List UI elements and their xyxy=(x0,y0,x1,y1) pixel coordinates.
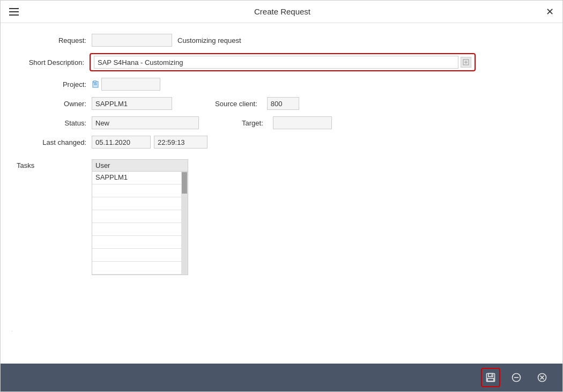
tasks-scroll-thumb xyxy=(182,172,187,194)
request-input[interactable] xyxy=(92,34,172,47)
last-changed-row: Last changed: xyxy=(17,136,546,149)
minimize-icon xyxy=(511,372,522,383)
tasks-row-5 xyxy=(92,236,188,249)
tasks-row-1 xyxy=(92,184,188,197)
last-changed-date-input[interactable] xyxy=(92,136,151,149)
project-label: Project: xyxy=(17,80,92,88)
short-desc-bordered xyxy=(90,53,476,71)
target-group: Target: xyxy=(242,116,332,129)
project-row: Project: xyxy=(17,78,546,91)
tasks-row-6 xyxy=(92,249,188,262)
status-label: Status: xyxy=(17,119,92,127)
request-label: Request: xyxy=(17,36,92,45)
status-row: Status: Target: xyxy=(17,116,546,129)
tasks-section: Tasks User SAPPLM1 xyxy=(17,159,546,275)
owner-row: Owner: Source client: xyxy=(17,97,546,110)
tasks-row-4 xyxy=(92,223,188,236)
minimize-button[interactable] xyxy=(507,368,526,387)
close-dialog-icon xyxy=(537,372,547,383)
dialog-header: Create Request ✕ xyxy=(1,1,562,23)
tasks-table-body: SAPPLM1 xyxy=(92,172,188,275)
tasks-row-7 xyxy=(92,262,188,275)
source-client-input[interactable] xyxy=(267,97,299,110)
short-desc-input[interactable] xyxy=(94,56,458,69)
last-changed-label: Last changed: xyxy=(17,138,92,146)
close-dialog-button[interactable] xyxy=(532,368,552,387)
last-changed-time-input[interactable] xyxy=(154,136,208,149)
save-icon xyxy=(485,372,496,383)
svg-rect-9 xyxy=(487,379,494,381)
request-type-label: Customizing request xyxy=(177,36,241,45)
create-request-dialog: Create Request ✕ Request: Customizing re… xyxy=(0,0,563,392)
tasks-row-0: SAPPLM1 xyxy=(92,172,188,184)
project-icon xyxy=(92,80,100,88)
tasks-row-3 xyxy=(92,210,188,223)
source-client-label: Source client: xyxy=(215,100,263,108)
dialog-body: Request: Customizing request Short Descr… xyxy=(1,23,562,364)
owner-label: Owner: xyxy=(17,100,92,108)
project-input[interactable] xyxy=(101,78,160,91)
owner-input[interactable] xyxy=(92,97,172,110)
tasks-label: Tasks xyxy=(17,159,92,169)
tasks-table: User SAPPLM1 xyxy=(92,159,188,275)
svg-rect-4 xyxy=(94,80,96,83)
dialog-footer xyxy=(1,364,562,391)
hamburger-menu-icon[interactable] xyxy=(9,8,19,16)
source-client-group: Source client: xyxy=(215,97,299,110)
short-desc-helper-button[interactable] xyxy=(461,57,471,68)
tasks-table-header: User xyxy=(92,160,188,172)
svg-rect-8 xyxy=(488,374,493,377)
dot-indicator: . xyxy=(11,327,13,332)
tasks-row-2 xyxy=(92,197,188,210)
target-input[interactable] xyxy=(273,116,332,129)
dialog-title: Create Request xyxy=(19,7,546,16)
close-icon[interactable]: ✕ xyxy=(546,7,554,17)
short-desc-wrapper: Short Description: xyxy=(17,53,546,71)
tasks-scrollbar[interactable] xyxy=(181,172,188,275)
target-label: Target: xyxy=(242,119,269,127)
save-button[interactable] xyxy=(481,368,500,387)
request-row: Request: Customizing request xyxy=(17,34,546,47)
short-desc-label: Short Description: xyxy=(17,58,90,66)
status-input[interactable] xyxy=(92,116,199,129)
tasks-column-user: User xyxy=(95,161,110,169)
